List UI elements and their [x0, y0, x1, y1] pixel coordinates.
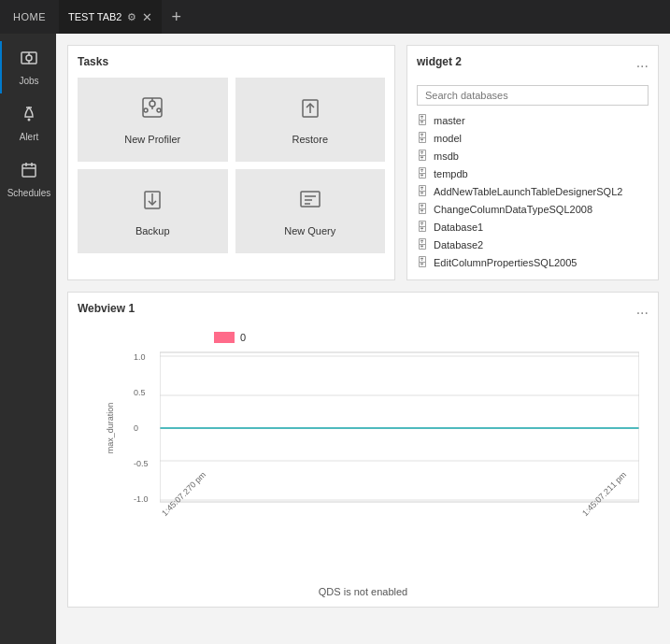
search-databases-input[interactable]: [417, 85, 649, 106]
chart-legend: 0: [78, 332, 649, 343]
tasks-widget: Tasks: [67, 45, 395, 280]
new-profiler-label: New Profiler: [124, 134, 180, 145]
list-item[interactable]: 🗄 AddNewTableLaunchTableDesignerSQL2: [417, 184, 649, 199]
database-list: 🗄 master 🗄 model 🗄 msdb 🗄 tempdb: [417, 113, 649, 270]
db-icon: 🗄: [417, 150, 428, 163]
widget-2-title: widget 2: [417, 55, 462, 68]
webview-widget: Webview 1 ··· 0 max_duration: [67, 292, 659, 608]
db-icon: 🗄: [417, 203, 428, 216]
svg-point-4: [28, 119, 31, 122]
home-tab-label: HOME: [13, 11, 46, 22]
y-axis-label: max_duration: [106, 403, 115, 454]
new-profiler-icon: [139, 94, 165, 126]
new-query-button[interactable]: New Query: [235, 169, 386, 253]
db-name: ChangeColumnDataTypeSQL2008: [434, 204, 592, 215]
list-item[interactable]: 🗄 msdb: [417, 149, 649, 164]
restore-icon: [297, 94, 323, 126]
db-icon: 🗄: [417, 114, 428, 127]
list-item[interactable]: 🗄 Database2: [417, 237, 649, 252]
tab-settings-icon: ⚙: [127, 11, 136, 23]
legend-label: 0: [240, 332, 246, 343]
widget-2-more-button[interactable]: ···: [636, 59, 649, 74]
new-query-icon: [297, 186, 323, 218]
list-item[interactable]: 🗄 model: [417, 131, 649, 146]
sidebar-item-jobs[interactable]: Jobs: [0, 41, 56, 93]
add-tab-icon: +: [171, 7, 181, 27]
active-tab-label: TEST TAB2: [68, 11, 121, 22]
list-item[interactable]: 🗄 Database1: [417, 220, 649, 235]
tasks-widget-title: Tasks: [78, 55, 385, 68]
schedules-icon: [20, 161, 38, 184]
y-tick-4: -0.5: [134, 459, 160, 468]
list-item[interactable]: 🗄 EditColumnPropertiesSQL2005: [417, 255, 649, 270]
top-bar: HOME TEST TAB2 ⚙ ✕ +: [0, 0, 670, 34]
active-tab[interactable]: TEST TAB2 ⚙ ✕: [59, 0, 162, 34]
main-layout: Jobs Alert Schedules: [0, 34, 670, 644]
svg-point-11: [150, 101, 155, 107]
db-name: tempdb: [434, 168, 468, 179]
db-name: Database1: [434, 222, 483, 233]
restore-button[interactable]: Restore: [235, 78, 386, 162]
db-name: Database2: [434, 239, 483, 250]
db-name: EditColumnPropertiesSQL2005: [434, 257, 577, 268]
new-profiler-button[interactable]: New Profiler: [78, 78, 228, 162]
sidebar-item-schedules[interactable]: Schedules: [0, 153, 56, 206]
y-tick-2: 0.5: [134, 388, 160, 397]
alert-icon: [20, 105, 38, 128]
y-tick-1: 1.0: [134, 352, 160, 362]
db-name: master: [434, 115, 465, 126]
webview-header: Webview 1 ···: [78, 302, 649, 324]
home-tab[interactable]: HOME: [0, 0, 59, 34]
backup-button[interactable]: Backup: [78, 169, 228, 253]
svg-point-15: [157, 108, 161, 112]
legend-color-box: [214, 332, 235, 343]
svg-rect-6: [22, 165, 36, 177]
backup-icon: [139, 186, 165, 218]
db-name: AddNewTableLaunchTableDesignerSQL2: [434, 186, 622, 197]
db-icon: 🗄: [417, 256, 428, 269]
svg-point-1: [26, 55, 32, 61]
widget-2: widget 2 ··· 🗄 master 🗄 model 🗄 m: [406, 45, 659, 280]
list-item[interactable]: 🗄 master: [417, 113, 649, 128]
tasks-grid: New Profiler Restore: [78, 78, 385, 253]
db-icon: 🗄: [417, 238, 428, 251]
widgets-row: Tasks: [67, 45, 659, 280]
jobs-icon: [20, 49, 38, 72]
new-query-label: New Query: [284, 225, 335, 236]
sidebar-item-alert[interactable]: Alert: [0, 97, 56, 150]
webview-more-button[interactable]: ···: [636, 306, 649, 321]
sidebar: Jobs Alert Schedules: [0, 34, 56, 644]
webview-title: Webview 1: [78, 302, 135, 315]
svg-point-14: [144, 108, 148, 112]
content-area: Tasks: [56, 34, 670, 644]
y-tick-5: -1.0: [134, 494, 160, 504]
restore-label: Restore: [292, 134, 328, 145]
list-item[interactable]: 🗄 tempdb: [417, 166, 649, 181]
sidebar-schedules-label: Schedules: [7, 188, 51, 198]
db-icon: 🗄: [417, 221, 428, 234]
chart-svg: [160, 349, 639, 508]
db-icon: 🗄: [417, 132, 428, 145]
add-tab-button[interactable]: +: [162, 7, 191, 27]
svg-rect-30: [160, 352, 639, 502]
sidebar-jobs-label: Jobs: [19, 76, 38, 86]
tab-close-button[interactable]: ✕: [142, 11, 152, 23]
db-icon: 🗄: [417, 185, 428, 198]
db-name: msdb: [434, 150, 459, 162]
chart-note: QDS is not enabled: [78, 586, 649, 597]
widget-2-header: widget 2 ···: [417, 55, 649, 78]
db-name: model: [434, 133, 462, 144]
sidebar-alert-label: Alert: [20, 132, 39, 142]
db-icon: 🗄: [417, 167, 428, 180]
y-tick-3: 0: [134, 423, 160, 433]
backup-label: Backup: [135, 225, 170, 236]
list-item[interactable]: 🗄 ChangeColumnDataTypeSQL2008: [417, 202, 649, 217]
